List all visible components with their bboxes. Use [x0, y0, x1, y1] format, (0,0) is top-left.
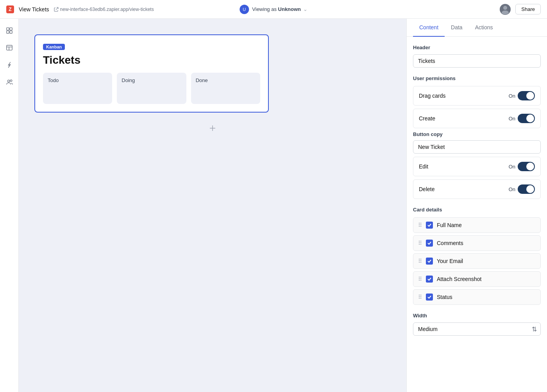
sidebar-icon-layout[interactable] [2, 41, 16, 55]
card-item-attach-screenshot: ⠿ Attach Screenshot [413, 271, 541, 287]
sidebar-icon-grid[interactable] [2, 23, 16, 38]
checkbox-full-name[interactable] [426, 222, 433, 229]
drag-handle-full-name[interactable]: ⠿ [418, 222, 422, 228]
drag-handle-attach-screenshot[interactable]: ⠿ [418, 276, 422, 282]
page-url: new-interface-63edb6.zapier.app/view-tic… [54, 7, 154, 12]
create-state: On [509, 116, 515, 122]
width-label: Width [413, 313, 541, 319]
edit-row: Edit On [413, 157, 541, 176]
add-column-area [34, 122, 391, 134]
card-details-section: Card details ⠿ Full Name ⠿ Comments [413, 207, 541, 305]
button-copy-label: Button copy [413, 131, 541, 137]
create-thumb [526, 115, 534, 122]
svg-point-1 [502, 11, 509, 14]
drag-handle-your-email[interactable]: ⠿ [418, 258, 422, 264]
drag-cards-state: On [509, 93, 515, 99]
kanban-board: Kanban Tickets Todo Doing Done [34, 34, 269, 113]
drag-cards-track[interactable] [518, 91, 535, 100]
card-item-comments: ⠿ Comments [413, 235, 541, 251]
button-copy-container: Button copy [413, 131, 541, 154]
create-toggle[interactable]: On [509, 114, 535, 123]
drag-cards-row: Drag cards On [413, 86, 541, 106]
tab-data[interactable]: Data [445, 19, 469, 37]
main-layout: Kanban Tickets Todo Doing Done [0, 19, 547, 392]
kanban-col-done: Done [191, 73, 260, 104]
card-details-label: Card details [413, 207, 541, 213]
panel-tabs: Content Data Actions [407, 19, 547, 37]
card-item-full-name: ⠿ Full Name [413, 217, 541, 233]
header-input[interactable] [413, 54, 541, 68]
user-permissions-label: User permissions [413, 75, 541, 81]
create-track[interactable] [518, 114, 535, 123]
card-item-your-email: ⠿ Your Email [413, 253, 541, 269]
edit-state: On [509, 164, 515, 170]
viewing-avatar: U [240, 5, 249, 14]
width-section: Width Small Medium Large Full ⇅ [413, 313, 541, 336]
page-title: View Tickets [19, 6, 49, 13]
delete-track[interactable] [518, 184, 535, 194]
edit-track[interactable] [518, 162, 535, 171]
svg-point-9 [7, 80, 9, 82]
viewing-label: Viewing as Unknown ⌄ [252, 6, 307, 12]
sidebar [0, 19, 19, 392]
button-copy-input[interactable] [413, 140, 541, 154]
drag-handle-comments[interactable]: ⠿ [418, 240, 422, 246]
delete-row: Delete On [413, 179, 541, 199]
svg-point-0 [503, 6, 507, 10]
panel-content: Header User permissions Drag cards On Cr… [407, 37, 547, 344]
delete-toggle[interactable]: On [509, 184, 535, 194]
user-avatar[interactable] [500, 4, 511, 15]
right-panel: Content Data Actions Header User permiss… [406, 19, 547, 392]
create-row: Create On [413, 109, 541, 128]
edit-label: Edit [419, 163, 428, 170]
card-item-label-attach-screenshot: Attach Screenshot [437, 276, 481, 282]
topbar: Z View Tickets new-interface-63edb6.zapi… [0, 0, 547, 19]
checkbox-comments[interactable] [426, 240, 433, 247]
card-item-label-your-email: Your Email [437, 258, 463, 264]
sidebar-icon-users[interactable] [2, 75, 16, 89]
width-select-container: Small Medium Large Full ⇅ [413, 322, 541, 336]
checkbox-status[interactable] [426, 294, 433, 301]
card-item-label-full-name: Full Name [437, 222, 462, 228]
share-button[interactable]: Share [515, 4, 541, 14]
delete-state: On [509, 186, 515, 192]
viewing-indicator: U Viewing as Unknown ⌄ [240, 5, 307, 14]
tab-content[interactable]: Content [413, 19, 445, 37]
kanban-label: Kanban [43, 44, 65, 50]
kanban-col-todo: Todo [43, 73, 112, 104]
tab-actions[interactable]: Actions [469, 19, 499, 37]
svg-rect-5 [9, 31, 12, 33]
zapier-logo: Z [6, 5, 14, 13]
svg-rect-6 [6, 45, 12, 50]
svg-rect-4 [6, 31, 9, 33]
checkbox-your-email[interactable] [426, 258, 433, 265]
checkbox-attach-screenshot[interactable] [426, 276, 433, 283]
delete-label: Delete [419, 186, 434, 192]
col-title-doing: Doing [122, 77, 181, 83]
drag-cards-toggle[interactable]: On [509, 91, 535, 100]
sidebar-icon-zap[interactable] [2, 58, 16, 72]
drag-cards-thumb [526, 92, 534, 100]
topbar-right: Share [500, 4, 541, 15]
create-label: Create [419, 115, 435, 122]
col-title-done: Done [196, 77, 256, 83]
delete-thumb [526, 185, 534, 193]
svg-rect-3 [9, 28, 12, 30]
svg-rect-2 [6, 28, 9, 30]
header-section-label: Header [413, 45, 541, 50]
kanban-title: Tickets [43, 54, 260, 66]
drag-handle-status[interactable]: ⠿ [418, 294, 422, 300]
svg-point-10 [10, 80, 12, 82]
main-canvas: Kanban Tickets Todo Doing Done [19, 19, 406, 392]
col-title-todo: Todo [48, 77, 107, 83]
card-item-status: ⠿ Status [413, 289, 541, 305]
add-column-button[interactable] [206, 122, 219, 134]
width-select[interactable]: Small Medium Large Full [413, 322, 541, 336]
edit-thumb [526, 163, 534, 170]
kanban-columns: Todo Doing Done [43, 73, 260, 104]
kanban-col-doing: Doing [117, 73, 186, 104]
card-item-label-comments: Comments [437, 240, 463, 246]
card-item-label-status: Status [437, 294, 452, 300]
drag-cards-label: Drag cards [419, 93, 445, 99]
edit-toggle[interactable]: On [509, 162, 535, 171]
